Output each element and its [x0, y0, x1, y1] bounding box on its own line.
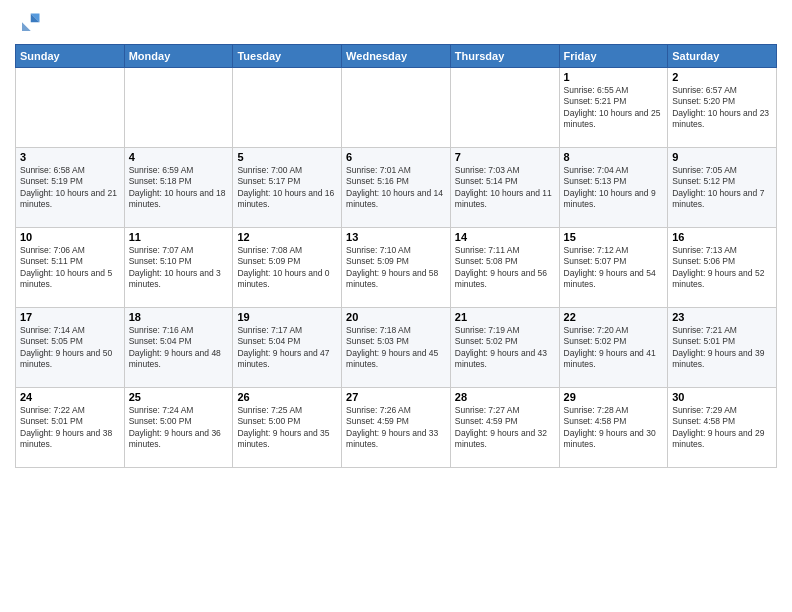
day-cell: 25Sunrise: 7:24 AMSunset: 5:00 PMDayligh… [124, 388, 233, 468]
day-info: Sunrise: 7:27 AMSunset: 4:59 PMDaylight:… [455, 405, 555, 451]
day-cell: 23Sunrise: 7:21 AMSunset: 5:01 PMDayligh… [668, 308, 777, 388]
day-cell [450, 68, 559, 148]
week-row-3: 17Sunrise: 7:14 AMSunset: 5:05 PMDayligh… [16, 308, 777, 388]
day-info: Sunrise: 7:19 AMSunset: 5:02 PMDaylight:… [455, 325, 555, 371]
day-cell: 27Sunrise: 7:26 AMSunset: 4:59 PMDayligh… [342, 388, 451, 468]
day-info: Sunrise: 7:00 AMSunset: 5:17 PMDaylight:… [237, 165, 337, 211]
week-row-1: 3Sunrise: 6:58 AMSunset: 5:19 PMDaylight… [16, 148, 777, 228]
day-info: Sunrise: 7:29 AMSunset: 4:58 PMDaylight:… [672, 405, 772, 451]
day-number: 22 [564, 311, 664, 323]
day-cell: 10Sunrise: 7:06 AMSunset: 5:11 PMDayligh… [16, 228, 125, 308]
day-number: 12 [237, 231, 337, 243]
day-number: 15 [564, 231, 664, 243]
day-cell: 18Sunrise: 7:16 AMSunset: 5:04 PMDayligh… [124, 308, 233, 388]
day-cell: 6Sunrise: 7:01 AMSunset: 5:16 PMDaylight… [342, 148, 451, 228]
day-info: Sunrise: 7:22 AMSunset: 5:01 PMDaylight:… [20, 405, 120, 451]
day-cell: 21Sunrise: 7:19 AMSunset: 5:02 PMDayligh… [450, 308, 559, 388]
day-number: 26 [237, 391, 337, 403]
day-cell: 15Sunrise: 7:12 AMSunset: 5:07 PMDayligh… [559, 228, 668, 308]
day-number: 16 [672, 231, 772, 243]
day-info: Sunrise: 7:28 AMSunset: 4:58 PMDaylight:… [564, 405, 664, 451]
day-number: 24 [20, 391, 120, 403]
day-info: Sunrise: 7:07 AMSunset: 5:10 PMDaylight:… [129, 245, 229, 291]
day-cell: 28Sunrise: 7:27 AMSunset: 4:59 PMDayligh… [450, 388, 559, 468]
day-cell: 9Sunrise: 7:05 AMSunset: 5:12 PMDaylight… [668, 148, 777, 228]
header-row: Sunday Monday Tuesday Wednesday Thursday… [16, 45, 777, 68]
day-info: Sunrise: 7:17 AMSunset: 5:04 PMDaylight:… [237, 325, 337, 371]
day-info: Sunrise: 7:21 AMSunset: 5:01 PMDaylight:… [672, 325, 772, 371]
day-cell: 30Sunrise: 7:29 AMSunset: 4:58 PMDayligh… [668, 388, 777, 468]
day-cell [233, 68, 342, 148]
day-info: Sunrise: 7:03 AMSunset: 5:14 PMDaylight:… [455, 165, 555, 211]
day-number: 17 [20, 311, 120, 323]
day-cell [124, 68, 233, 148]
logo-icon [15, 10, 43, 38]
day-cell: 16Sunrise: 7:13 AMSunset: 5:06 PMDayligh… [668, 228, 777, 308]
day-cell: 8Sunrise: 7:04 AMSunset: 5:13 PMDaylight… [559, 148, 668, 228]
day-number: 10 [20, 231, 120, 243]
day-info: Sunrise: 7:25 AMSunset: 5:00 PMDaylight:… [237, 405, 337, 451]
day-number: 27 [346, 391, 446, 403]
day-number: 8 [564, 151, 664, 163]
day-number: 2 [672, 71, 772, 83]
day-cell: 12Sunrise: 7:08 AMSunset: 5:09 PMDayligh… [233, 228, 342, 308]
day-info: Sunrise: 7:24 AMSunset: 5:00 PMDaylight:… [129, 405, 229, 451]
day-cell: 17Sunrise: 7:14 AMSunset: 5:05 PMDayligh… [16, 308, 125, 388]
day-info: Sunrise: 7:10 AMSunset: 5:09 PMDaylight:… [346, 245, 446, 291]
col-friday: Friday [559, 45, 668, 68]
day-info: Sunrise: 7:16 AMSunset: 5:04 PMDaylight:… [129, 325, 229, 371]
day-cell: 5Sunrise: 7:00 AMSunset: 5:17 PMDaylight… [233, 148, 342, 228]
header [15, 10, 777, 38]
week-row-4: 24Sunrise: 7:22 AMSunset: 5:01 PMDayligh… [16, 388, 777, 468]
day-number: 20 [346, 311, 446, 323]
day-number: 29 [564, 391, 664, 403]
day-cell: 3Sunrise: 6:58 AMSunset: 5:19 PMDaylight… [16, 148, 125, 228]
logo [15, 10, 47, 38]
day-cell: 22Sunrise: 7:20 AMSunset: 5:02 PMDayligh… [559, 308, 668, 388]
page: Sunday Monday Tuesday Wednesday Thursday… [0, 0, 792, 612]
day-info: Sunrise: 7:13 AMSunset: 5:06 PMDaylight:… [672, 245, 772, 291]
day-number: 5 [237, 151, 337, 163]
day-cell: 24Sunrise: 7:22 AMSunset: 5:01 PMDayligh… [16, 388, 125, 468]
col-sunday: Sunday [16, 45, 125, 68]
day-number: 11 [129, 231, 229, 243]
day-number: 13 [346, 231, 446, 243]
day-cell: 29Sunrise: 7:28 AMSunset: 4:58 PMDayligh… [559, 388, 668, 468]
day-cell: 26Sunrise: 7:25 AMSunset: 5:00 PMDayligh… [233, 388, 342, 468]
day-cell: 13Sunrise: 7:10 AMSunset: 5:09 PMDayligh… [342, 228, 451, 308]
col-monday: Monday [124, 45, 233, 68]
day-number: 23 [672, 311, 772, 323]
day-info: Sunrise: 7:11 AMSunset: 5:08 PMDaylight:… [455, 245, 555, 291]
week-row-0: 1Sunrise: 6:55 AMSunset: 5:21 PMDaylight… [16, 68, 777, 148]
day-number: 3 [20, 151, 120, 163]
week-row-2: 10Sunrise: 7:06 AMSunset: 5:11 PMDayligh… [16, 228, 777, 308]
day-info: Sunrise: 7:12 AMSunset: 5:07 PMDaylight:… [564, 245, 664, 291]
day-cell: 2Sunrise: 6:57 AMSunset: 5:20 PMDaylight… [668, 68, 777, 148]
calendar-table: Sunday Monday Tuesday Wednesday Thursday… [15, 44, 777, 468]
day-cell: 14Sunrise: 7:11 AMSunset: 5:08 PMDayligh… [450, 228, 559, 308]
day-number: 21 [455, 311, 555, 323]
day-cell [16, 68, 125, 148]
day-number: 7 [455, 151, 555, 163]
day-number: 19 [237, 311, 337, 323]
day-number: 9 [672, 151, 772, 163]
day-info: Sunrise: 6:57 AMSunset: 5:20 PMDaylight:… [672, 85, 772, 131]
day-cell: 1Sunrise: 6:55 AMSunset: 5:21 PMDaylight… [559, 68, 668, 148]
day-number: 25 [129, 391, 229, 403]
day-number: 1 [564, 71, 664, 83]
day-cell: 7Sunrise: 7:03 AMSunset: 5:14 PMDaylight… [450, 148, 559, 228]
day-cell: 19Sunrise: 7:17 AMSunset: 5:04 PMDayligh… [233, 308, 342, 388]
day-info: Sunrise: 6:58 AMSunset: 5:19 PMDaylight:… [20, 165, 120, 211]
day-cell [342, 68, 451, 148]
day-info: Sunrise: 7:04 AMSunset: 5:13 PMDaylight:… [564, 165, 664, 211]
day-cell: 20Sunrise: 7:18 AMSunset: 5:03 PMDayligh… [342, 308, 451, 388]
day-info: Sunrise: 7:01 AMSunset: 5:16 PMDaylight:… [346, 165, 446, 211]
col-saturday: Saturday [668, 45, 777, 68]
day-info: Sunrise: 7:08 AMSunset: 5:09 PMDaylight:… [237, 245, 337, 291]
day-cell: 4Sunrise: 6:59 AMSunset: 5:18 PMDaylight… [124, 148, 233, 228]
day-info: Sunrise: 7:14 AMSunset: 5:05 PMDaylight:… [20, 325, 120, 371]
day-number: 28 [455, 391, 555, 403]
day-info: Sunrise: 7:26 AMSunset: 4:59 PMDaylight:… [346, 405, 446, 451]
day-number: 18 [129, 311, 229, 323]
day-info: Sunrise: 7:18 AMSunset: 5:03 PMDaylight:… [346, 325, 446, 371]
